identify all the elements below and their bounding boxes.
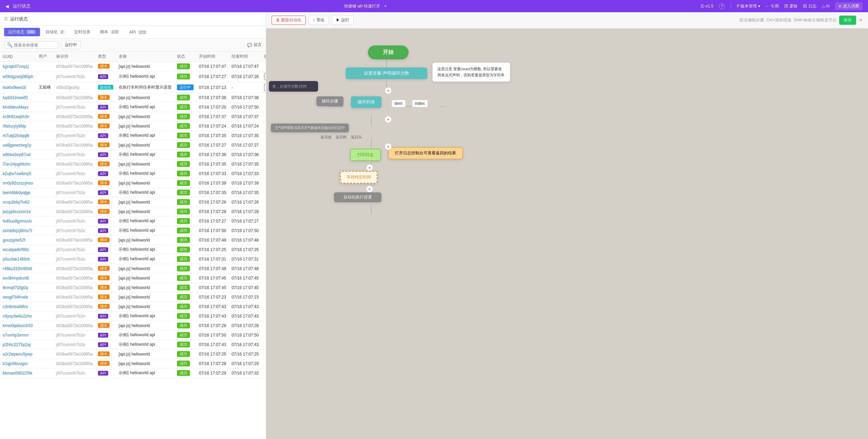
table-row[interactable]: lssktxl9ww1ll王延峰x00u03jezhp自动化在执行长时间任务时显… <box>0 82 266 93</box>
node-start[interactable]: 开始 <box>368 45 409 59</box>
cell-start: 07/16 17:07:38 <box>196 93 229 102</box>
table-row[interactable]: w58dgzwq080phjl07cummh7b2oAPI示例1 hellowo… <box>0 71 266 82</box>
table-row[interactable]: p5uufak146brbjl07cummh7b2oAPI示例1 hellowo… <box>0 254 266 264</box>
table-row[interactable]: w8l4w3eyi67udjl07cummh7b2oAPI示例1 hellowo… <box>0 150 266 159</box>
tab-run-status[interactable]: 运行状态 346 <box>4 28 40 36</box>
node-run-progress[interactable]: 自动化执行进度 <box>334 192 381 202</box>
export-btn[interactable]: ↑ 导出 <box>309 16 329 25</box>
plus-connector-4[interactable]: + <box>366 164 373 171</box>
type-badge: API <box>98 219 108 224</box>
node-set-variable[interactable]: 设置变量-声明循环次数 <box>346 68 427 79</box>
table-row[interactable]: rm0y92szszyhsob53ba9373e10085a脚本[api.js]… <box>0 178 266 188</box>
table-row[interactable]: kgciqb97zvq1jb53ba9373e10085a脚本[api.js] … <box>0 62 266 71</box>
back-icon[interactable]: ◀ <box>5 4 9 9</box>
table-row[interactable]: r46bu310m90s6b53ba9373e10085a脚本[api.js] … <box>0 264 266 273</box>
plus-connector-5[interactable]: + <box>366 186 373 192</box>
node-loop-list-label: 循环列表 <box>357 99 375 104</box>
table-row[interactable]: wcubpei6rf98zjl07cummh7b2oAPI示例1 hellowo… <box>0 245 266 254</box>
canvas-area[interactable]: 体，从循环次数1000 这里注意 变量count为整数, 所以需要使用表达式声明… <box>266 28 868 439</box>
comment-btn[interactable]: 💬 留言 <box>247 42 262 48</box>
connector-svg <box>266 28 868 439</box>
table-row[interactable]: m7ukji2lcliqq8ijl07cummh7b2oAPI示例1 hello… <box>0 131 266 140</box>
close-icon[interactable]: × <box>384 4 387 8</box>
table-row[interactable]: kbmaoi580225lkjl07cummh7b2oAPI示例1 hellow… <box>0 368 266 378</box>
node-dark-loop-body[interactable]: 体，从循环次数1000 <box>269 81 318 92</box>
node-loop-step[interactable]: 循环步骤 <box>316 96 343 106</box>
table-row[interactable]: b1qjn5buvgsvb53ba9373e10085a脚本[api.js] h… <box>0 359 266 368</box>
save-btn[interactable]: 保存 <box>839 16 856 25</box>
table-row[interactable]: jwzypllxxzom1sb53ba9373e10085a脚本[api.js]… <box>0 207 266 216</box>
left-panel-title: ☰ 运行状态 <box>4 16 28 22</box>
table-row[interactable]: khxbtlevd4aysjl07cummh7b2oAPI示例1 hellowo… <box>0 102 266 112</box>
version-mgmt[interactable]: P 版本管理 ▾ <box>737 3 760 9</box>
plus-connector-1[interactable]: + <box>385 87 392 94</box>
table-row[interactable]: r9slczyiy96lpb53ba9373e10085a脚本[api.js] … <box>0 121 266 131</box>
plus-connector-3[interactable]: + <box>385 143 392 150</box>
node-get-weather[interactable]: 天气API获取当前天天气数据并且输出到日志中 <box>271 123 349 132</box>
cell-end: 07/16 17:07:37 <box>229 112 261 121</box>
tab-script[interactable]: 脚本 172 <box>96 28 124 36</box>
cell-id: jl07cummh7b2o <box>54 102 95 112</box>
table-row[interactable]: scop2kllq7lu62b53ba9373e10085a脚本[api.js]… <box>0 197 266 207</box>
cell-end: 07/16 17:07:35 <box>229 131 261 140</box>
cell-user: 王延峰 <box>36 82 54 93</box>
table-row[interactable]: xc9h81eqbh3nb53ba9373e10085a脚本[api.js] h… <box>0 112 266 121</box>
cell-user <box>36 245 54 254</box>
node-print-label: 打印日志 <box>357 152 374 157</box>
table-row[interactable]: ua9jgwwztwg1yb53ba9373e10085a脚本[api.js] … <box>0 140 266 150</box>
cell-end: 07/16 17:07:43 <box>229 340 261 349</box>
logic[interactable]: 田 逻辑 <box>784 3 797 9</box>
table-row[interactable]: beml4b6dyqlgejl07cummh7b2oAPI示例1 hellowo… <box>0 188 266 197</box>
table-row[interactable]: k2ujlw7xw6my5jl07cummh7b2oAPI示例1 hellowo… <box>0 169 266 178</box>
table-row[interactable]: a2r2wpeou5ywpb53ba9373e10085a脚本[api.js] … <box>0 349 266 359</box>
stop-btn[interactable]: ⊘ 暂停 <box>264 84 266 91</box>
tab-api[interactable]: API 172 <box>125 28 151 36</box>
cell-name: [api.js] helloworld <box>116 235 174 245</box>
table-row[interactable]: wx3khnpdvzli6b53ba9373e10085a脚本[api.js] … <box>0 273 266 283</box>
cell-action <box>261 264 266 273</box>
cell-action <box>261 292 266 302</box>
tab-automation[interactable]: 自动化 2 <box>41 28 69 36</box>
table-row[interactable]: oesgf7li4hvdab53ba9373e10085a脚本[api.js] … <box>0 292 266 302</box>
tab-scheduled[interactable]: 定时任务 <box>70 28 95 36</box>
table-row[interactable]: kmw0qebuo3r53b53ba9373e10085a脚本[api.js] … <box>0 321 266 330</box>
delete-automation-btn[interactable]: 🗑 删除自动化 <box>272 16 306 25</box>
table-row[interactable]: c3n6nlvafd6rvb53ba9373e10085a脚本[api.js] … <box>0 302 266 311</box>
table-row[interactable]: lknnq47l2lg0qb53ba9373e10085a脚本[api.js] … <box>0 283 266 292</box>
type-badge: API <box>98 314 108 319</box>
col-end: 结束时间 <box>229 52 261 62</box>
cell-user <box>36 226 54 235</box>
table-row[interactable]: s7xxrhp3xrmrrjl07cummh7b2oAPI示例1 hellowo… <box>0 330 266 340</box>
table-row[interactable]: p2hhc2275p2ajjl07cummh7b2oAPI示例1 hellowo… <box>0 340 266 349</box>
table-row[interactable]: luyb91lnwwlf2b53ba9373e10085a脚本[api.js] … <box>0 93 266 102</box>
node-print-log[interactable]: 打印日志 <box>350 149 381 161</box>
cell-end: 07/16 17:07:24 <box>229 121 261 131</box>
cell-uuid: kbmaoi580225lk <box>0 368 36 378</box>
help-icon[interactable]: ? <box>719 3 725 9</box>
filter-running[interactable]: 运行中 <box>61 41 81 49</box>
cell-uuid: ua9jgwwztwg1y <box>0 140 36 150</box>
cell-end: 07/16 17:07:23 <box>229 292 261 302</box>
close-right-panel-btn[interactable]: × <box>859 17 863 24</box>
run-btn[interactable]: ▶ 运行 <box>332 16 354 25</box>
type-badge: 脚本 <box>98 142 110 147</box>
cell-name: [api.js] helloworld <box>116 93 174 102</box>
type-badge: API <box>98 74 108 79</box>
node-wait-time[interactable]: 等待特定时间 <box>340 171 377 184</box>
table-row[interactable]: fxd0uo8gnmuvbjl07cummh7b2oAPI示例1 hellowo… <box>0 216 266 226</box>
node-loop-list[interactable]: 循环列表 <box>351 96 381 108</box>
table-row[interactable]: gouzpjrte52fb53ba9373e10085a脚本[api.js] h… <box>0 235 266 245</box>
plus-connector-2[interactable]: + <box>385 116 392 123</box>
table-container: UUID 用户 标识符 类型 名称 状态 开始时间 结束时间 操作 kgciqb… <box>0 52 266 439</box>
search-box: 🔍 <box>4 41 58 49</box>
search-input[interactable] <box>14 43 55 47</box>
cell-uuid: luyb91lnwwlf2 <box>0 93 36 102</box>
type-badge: 脚本 <box>98 237 110 242</box>
log[interactable]: 回 日志 <box>803 3 816 9</box>
table-row[interactable]: ssmb6q1jl8mx7rjl07cummh7b2oAPI示例1 hellow… <box>0 226 266 235</box>
reference[interactable]: ← 引用 <box>766 3 779 9</box>
enter-btn[interactable]: ⊕ 进入消费 <box>835 2 863 10</box>
ai[interactable]: △ AI <box>822 4 830 8</box>
table-row[interactable]: l7an24pgb9zlmb53ba9373e10085a脚本[api.js] … <box>0 159 266 169</box>
table-row[interactable]: c9yxp3w6u2zhojl07cummh7b2oAPI示例1 hellowo… <box>0 311 266 321</box>
